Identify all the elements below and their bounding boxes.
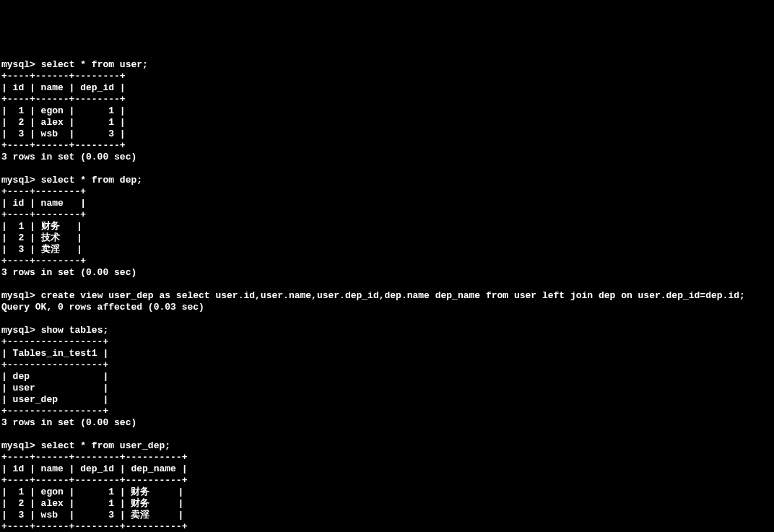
prompt: mysql>	[1, 59, 35, 70]
query-select-dep: select * from dep;	[41, 175, 142, 186]
table-row: | 3 | 卖淫 |	[1, 244, 82, 255]
table-border: +----+------+--------+----------+	[1, 475, 187, 486]
table-border: +----+--------+	[1, 256, 86, 266]
table-row: | 1 | egon | 1 | 财务 |	[1, 487, 183, 497]
query-ok-msg: Query OK, 0 rows affected (0.03 sec)	[1, 302, 204, 313]
table-row: | user_dep |	[1, 394, 108, 405]
table-row: | 1 | egon | 1 |	[1, 105, 126, 116]
table-row: | dep |	[1, 371, 108, 382]
terminal-output[interactable]: mysql> select * from user; +----+------+…	[0, 46, 774, 532]
table-border: +----+--------+	[1, 186, 86, 197]
table-border: +-----------------+	[1, 359, 108, 370]
query-select-user: select * from user;	[41, 59, 148, 70]
table-border: +----+--------+	[1, 209, 86, 220]
rows-count: 3 rows in set (0.00 sec)	[1, 152, 136, 162]
table-border: +----+------+--------+	[1, 71, 126, 82]
prompt: mysql>	[1, 175, 35, 186]
table-row: | 3 | wsb | 3 | 卖淫 |	[1, 510, 183, 520]
table-header: | Tables_in_test1 |	[1, 348, 108, 359]
query-create-view: create view user_dep as select user.id,u…	[41, 290, 745, 301]
table-header: | id | name |	[1, 198, 86, 209]
table-row: | 2 | alex | 1 |	[1, 117, 126, 128]
table-border: +----+------+--------+	[1, 94, 126, 105]
table-row: | 2 | alex | 1 | 财务 |	[1, 498, 183, 509]
table-row: | user |	[1, 383, 108, 393]
table-header: | id | name | dep_id | dep_name |	[1, 463, 187, 474]
query-show-tables: show tables;	[41, 325, 109, 336]
prompt: mysql>	[1, 440, 35, 451]
rows-count: 3 rows in set (0.00 sec)	[1, 417, 136, 428]
table-border: +----+------+--------+----------+	[1, 452, 187, 463]
table-border: +----+------+--------+----------+	[1, 521, 187, 532]
table-border: +-----------------+	[1, 406, 108, 417]
table-border: +-----------------+	[1, 336, 108, 347]
prompt: mysql>	[1, 325, 35, 336]
table-row: | 2 | 技术 |	[1, 232, 82, 243]
table-row: | 1 | 财务 |	[1, 221, 82, 232]
table-row: | 3 | wsb | 3 |	[1, 128, 126, 139]
table-header: | id | name | dep_id |	[1, 82, 126, 93]
query-select-userdep: select * from user_dep;	[41, 440, 170, 451]
table-border: +----+------+--------+	[1, 140, 126, 151]
prompt: mysql>	[1, 290, 35, 301]
rows-count: 3 rows in set (0.00 sec)	[1, 267, 136, 278]
